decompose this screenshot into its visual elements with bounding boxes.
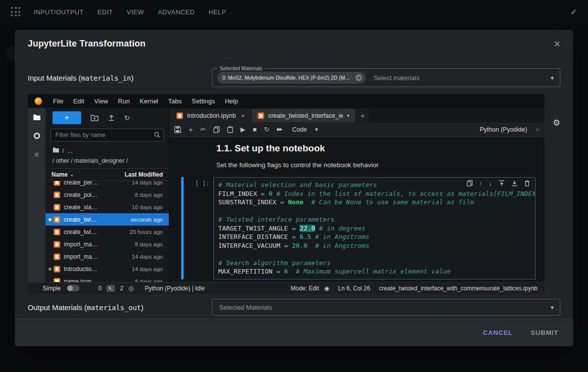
delete-cell-icon[interactable] — [524, 180, 530, 186]
code-line: # Search algorithm parameters — [218, 259, 535, 268]
app-menu-advanced[interactable]: ADVANCED — [158, 8, 195, 16]
gear-icon[interactable]: ⚙ — [553, 118, 560, 128]
run-icon[interactable]: ▶ — [241, 126, 245, 133]
jupyter-menubar: FileEditViewRunKernelTabsSettingsHelp — [28, 94, 544, 108]
file-browser-panel: + ↻ / … — [46, 108, 169, 282]
app-logo-icon[interactable] — [11, 7, 21, 17]
upload-icon[interactable] — [108, 114, 115, 121]
file-row[interactable]: create_poi…8 days ago — [46, 188, 169, 201]
jupyter-menu-run[interactable]: Run — [113, 97, 135, 105]
kernel-name[interactable]: Python (Pyodide) — [480, 126, 527, 133]
column-name[interactable]: Name▲ — [51, 171, 111, 178]
file-browser-icon[interactable] — [33, 114, 41, 121]
notebook-panel: Introduction.ipynb × create_twisted_inte… — [169, 108, 544, 282]
breadcrumb[interactable]: / … — [46, 141, 169, 155]
file-row[interactable]: create_per…14 days ago — [46, 181, 169, 188]
cursor-position[interactable]: Ln 6, Col 26 — [338, 285, 370, 292]
move-cell-down-icon[interactable]: ↓ — [489, 180, 492, 186]
file-name: create_twi… — [64, 216, 119, 223]
jupyter-menu-help[interactable]: Help — [220, 97, 243, 105]
file-name: create_poi… — [64, 191, 119, 198]
jupyter-menu-file[interactable]: File — [48, 97, 68, 105]
app-menu-edit[interactable]: EDIT — [98, 8, 113, 16]
table-of-contents-icon[interactable]: ≡ — [34, 151, 39, 159]
kernel-count[interactable]: 2 — [120, 285, 123, 292]
tab-create-twisted-interface[interactable]: create_twisted_interface_w ● — [251, 109, 356, 122]
breadcrumb-ellipsis[interactable]: … — [67, 147, 73, 154]
jupyter-menu-view[interactable]: View — [89, 97, 113, 105]
restart-run-all-icon[interactable]: ▶▶ — [277, 127, 282, 132]
notification-icon[interactable]: ◉ — [324, 285, 329, 292]
label-text: Output Materials ( — [28, 303, 87, 312]
file-row[interactable]: import_ma…14 days ago — [46, 250, 169, 263]
paste-icon[interactable] — [227, 126, 233, 133]
file-row[interactable]: name.json8 days ago — [46, 275, 169, 282]
jupyter-menu-kernel[interactable]: Kernel — [135, 97, 163, 105]
logo-dot — [18, 7, 20, 9]
material-chip[interactable]: 0: MoS2, Molybdenum Disulfide, HEX (P-6m… — [217, 72, 366, 84]
code-line — [218, 250, 535, 259]
home-folder-icon[interactable] — [52, 147, 59, 154]
add-tab-icon[interactable]: + — [356, 109, 370, 122]
chevron-down-icon: ▾ — [315, 126, 318, 133]
output-materials-select[interactable]: Selected Materials ▾ — [212, 299, 560, 316]
terminal-icon: S_ — [106, 285, 115, 292]
notebook-file-icon — [176, 112, 183, 119]
cancel-button[interactable]: CANCEL — [483, 329, 513, 336]
app-menu-input-output[interactable]: INPUT/OUTPUT — [34, 8, 84, 16]
terminal-count[interactable]: 0 — [98, 285, 102, 292]
simple-mode-toggle[interactable] — [67, 285, 80, 291]
app-menu-help[interactable]: HELP — [208, 8, 226, 16]
insert-cell-icon[interactable]: + — [189, 126, 193, 133]
chip-remove-icon[interactable]: × — [355, 74, 362, 81]
input-materials-select[interactable]: Selected Materials 0: MoS2, Molybdenum D… — [212, 68, 560, 87]
kernel-sessions-icon: ◎ — [128, 284, 134, 292]
notebook-file-icon — [53, 229, 60, 235]
file-row[interactable]: import_ma…8 days ago — [46, 238, 169, 250]
restart-kernel-icon[interactable]: ↻ — [264, 126, 270, 133]
insert-cell-above-icon[interactable] — [498, 180, 505, 186]
code-line: INTERFACE_DISTANCE = 6.5 # in Angstroms — [218, 232, 535, 241]
material-chip-label: 0: MoS2, Molybdenum Disulfide, HEX (P-6m… — [222, 75, 352, 81]
kernel-status-text[interactable]: Python (Pyodide) | Idle — [145, 285, 204, 292]
jupyter-menu-edit[interactable]: Edit — [68, 97, 89, 105]
running-sessions-icon[interactable] — [34, 133, 40, 139]
file-row[interactable]: create_sla…10 days ago — [46, 201, 169, 213]
refresh-icon[interactable]: ↻ — [124, 114, 130, 121]
sort-ascending-icon: ▲ — [70, 173, 74, 177]
file-row[interactable]: create_twi…seconds ago — [46, 213, 169, 226]
stop-icon[interactable]: ■ — [253, 126, 257, 133]
new-folder-icon[interactable] — [91, 114, 98, 121]
toggle-knob — [67, 285, 73, 291]
move-cell-up-icon[interactable]: ↑ — [479, 180, 483, 186]
save-icon[interactable] — [174, 126, 181, 133]
jupyter-menu-tabs[interactable]: Tabs — [163, 97, 187, 105]
file-row[interactable]: Introductio…14 days ago — [46, 263, 169, 275]
copy-icon[interactable] — [213, 126, 220, 133]
code-editor[interactable]: # Material selection and basic parameter… — [213, 177, 536, 279]
column-last-modified[interactable]: Last Modified — [111, 171, 163, 178]
run-dot-placeholder — [49, 280, 51, 282]
cut-icon[interactable]: ✂ — [200, 126, 206, 133]
cell-type-dropdown[interactable]: Code ▾ — [292, 126, 318, 133]
submit-button[interactable]: SUBMIT — [531, 329, 558, 336]
code-editor-content: # Material selection and basic parameter… — [218, 181, 535, 276]
file-filter-input[interactable] — [50, 129, 164, 141]
tab-introduction[interactable]: Introduction.ipynb × — [170, 109, 251, 122]
chevron-down-icon[interactable]: ▾ — [550, 74, 554, 82]
new-launcher-button[interactable]: + — [52, 111, 81, 124]
app-menu-view[interactable]: VIEW — [127, 8, 144, 16]
duplicate-cell-icon[interactable] — [467, 180, 473, 186]
breadcrumb-path[interactable]: / other / materials_designer / — [46, 155, 169, 168]
file-modified: seconds ago — [119, 217, 163, 223]
code-line — [218, 207, 535, 216]
file-name: create_twi… — [64, 229, 119, 235]
file-row[interactable]: create_twi…20 hours ago — [46, 226, 169, 238]
chevron-down-icon[interactable]: ▾ — [550, 304, 554, 311]
close-tab-icon[interactable]: × — [241, 112, 245, 120]
insert-cell-below-icon[interactable] — [511, 180, 518, 186]
run-dot-placeholder — [49, 193, 51, 196]
jupyter-menu-settings[interactable]: Settings — [187, 97, 220, 105]
running-kernel-dot — [49, 268, 51, 271]
close-icon[interactable]: × — [554, 39, 560, 49]
